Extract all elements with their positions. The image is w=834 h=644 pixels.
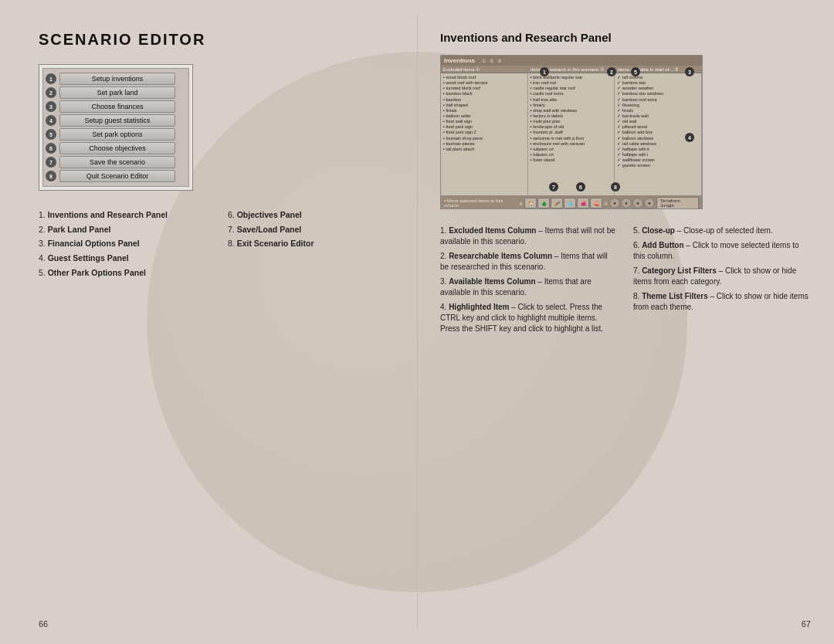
menu-item-row: 6Choose objectives [46, 142, 186, 154]
img-num-7: 7 [549, 182, 558, 192]
scenario-editor-menu-image: 1Setup inventions2Set park land3Choose f… [39, 64, 193, 191]
page-number-left: 66 [39, 619, 48, 629]
list-item: 8. Exit Scenario Editor [228, 238, 394, 249]
inv-item: ▪ landscape of old [530, 124, 613, 130]
inv-theme-btn-2[interactable]: ● [621, 198, 632, 208]
inv-filter-btn-6[interactable]: 🎪 [590, 198, 602, 208]
inventions-panel-image: Inventions ① ② ③ Excluded items ① Items … [440, 55, 703, 209]
img-num-2: 2 [607, 67, 616, 76]
inv-item: ▪ tulipans crt [530, 152, 613, 158]
img-num-8: 8 [611, 182, 620, 192]
inv-filter-btn-2[interactable]: 🌲 [537, 198, 550, 208]
inv-item: ▪ fountain pl. staff [530, 130, 613, 135]
list-item: 7. Save/Load Panel [228, 224, 394, 236]
menu-bullet: 6 [46, 143, 56, 154]
inv-theme-btn-1[interactable]: ● [609, 198, 620, 208]
right-list-item: 5. Close-up – Close-up of selected item. [633, 225, 811, 236]
inv-bottom-text-left: ▪ Move selected items to this column [444, 198, 519, 208]
menu-button[interactable]: Choose finances [59, 100, 175, 113]
inv-item: ✓ old wall [616, 119, 700, 124]
right-list-item: 2. Researchable Items Column – Items tha… [440, 251, 618, 273]
list-item: 1. Inventions and Research Panel [39, 209, 205, 221]
inv-item: ▪ balloon seller [442, 114, 526, 119]
right-list-item: 4. Highlighted Item – Click to select. P… [440, 302, 618, 334]
inv-col-researchable: ▪ brick wall/pole regular star ▪ iron ro… [528, 73, 615, 195]
inv-item: ▪ shop wall with windows [530, 108, 613, 114]
inv-item: ▪ wood block roof [442, 75, 526, 80]
inv-item: ▪ factory in debris [530, 114, 613, 119]
list-item: 3. Financial Options Panel [39, 238, 205, 249]
img-num-6: 6 [576, 182, 585, 192]
menu-button[interactable]: Set park options [59, 128, 175, 141]
inv-item: ✓ wooden weather [616, 86, 700, 91]
inv-item: ▪ castle roof extra [530, 91, 613, 97]
inv-item: ▪ fountain pieces [442, 141, 526, 147]
inv-item: ✓ flowering [616, 103, 700, 108]
list-item: 5. Other Park Options Panel [39, 267, 205, 279]
inv-num-label-8: ② [604, 201, 608, 206]
inv-filter-btn-5[interactable]: 🌺 [577, 198, 589, 208]
inv-bottom-controls: ① 🏠 🌲 🎢 💧 🌺 🎪 ② ● ● ● ● [519, 197, 699, 209]
img-num-1: 1 [540, 67, 549, 76]
menu-button[interactable]: Save the scenario [59, 156, 175, 168]
inv-col-headers: Excluded items ① Items to research in th… [441, 66, 702, 73]
inv-item: ✓ bamboo star [616, 80, 700, 86]
inv-col-header-1: Excluded items ① [441, 66, 528, 73]
inv-item: ✓ gazebo screen [616, 163, 700, 168]
menu-bullet: 1 [46, 73, 56, 84]
page-number-right: 67 [802, 619, 811, 629]
inv-item: ✓ tall cable windows [616, 141, 700, 147]
inv-item: ✓ bamboo star windows [616, 91, 700, 97]
inv-item: ▪ food park sign [442, 124, 526, 130]
menu-bullet: 7 [46, 157, 56, 168]
inv-item: ▪ half tree altis [530, 97, 613, 103]
panel-list-section: 1. Inventions and Research Panel2. Park … [39, 206, 394, 281]
right-list-item: 8. Theme List Filters – Click to show or… [633, 291, 811, 313]
inv-theme-btn-4[interactable]: ● [644, 198, 655, 208]
menu-button[interactable]: Setup guest statistics [59, 114, 175, 127]
right-list-col-right: 5. Close-up – Close-up of selected item.… [633, 222, 811, 338]
menu-item-row: 8Quit Scenario Editor [46, 170, 186, 182]
menu-item-row: 2Set park land [46, 86, 186, 99]
inv-panel-header: Inventions ① ② ③ [441, 56, 702, 66]
inv-item: ▪ iron roof rod [530, 80, 613, 86]
menu-box: 1Setup inventions2Set park land3Choose f… [42, 68, 189, 187]
list-col-left: 1. Inventions and Research Panel2. Park … [39, 206, 205, 281]
inv-filter-btn-4[interactable]: 💧 [564, 198, 576, 208]
inv-item: ▪ food park sign 2 [442, 130, 526, 135]
inv-item: ✓ bamboo roof extra [616, 97, 700, 103]
inv-item: ▪ welcome in met with p.floor [530, 136, 613, 141]
inv-theme-btn-3[interactable]: ● [632, 198, 643, 208]
menu-button[interactable]: Choose objectives [59, 142, 175, 154]
inv-item: ▪ tulipans crt [530, 147, 613, 152]
inv-filter-btn-1[interactable]: 🏠 [524, 198, 537, 208]
menu-bullet: 8 [46, 171, 56, 181]
inv-item: ✓ pillared wood [616, 124, 700, 130]
right-list-item: 1. Excluded Items Column – Items that wi… [440, 225, 618, 247]
menu-bullet: 3 [46, 101, 56, 112]
inv-item: ▪ finial/y [530, 103, 613, 108]
inv-item: ✓ wallflower screen [616, 158, 700, 163]
right-list-item: 7. Category List Filters – Click to show… [633, 266, 811, 287]
page-divider [417, 15, 418, 629]
inv-item: ▪ finials [442, 108, 526, 114]
inv-item: ✓ halfpipe with it [616, 147, 700, 152]
menu-button[interactable]: Setup inventions [59, 73, 175, 85]
menu-item-row: 5Set park options [46, 128, 186, 141]
menu-bullet: 4 [46, 115, 56, 126]
inv-item: ▪ fountain shop piece [442, 136, 526, 141]
img-num-4: 4 [685, 133, 694, 142]
inv-filter-btn-3[interactable]: 🎢 [551, 198, 563, 208]
inv-item: ▪ castle regular star roof [530, 86, 613, 91]
right-panel-title: Inventions and Research Panel [440, 31, 811, 44]
inv-item: ▪ multi plan plan [530, 119, 613, 124]
img-num-3: 3 [685, 67, 694, 76]
inv-item: ▪ enclosure met with caravan [530, 141, 613, 147]
inv-columns: ▪ wood block roof ▪ wood roof with terra… [441, 73, 702, 195]
menu-button[interactable]: Set park land [59, 86, 175, 99]
right-list-item: 3. Available Items Column – Items that a… [440, 276, 618, 298]
img-num-5: 5 [631, 67, 640, 76]
menu-button[interactable]: Quit Scenario Editor [59, 170, 175, 182]
list-item: 4. Guest Settings Panel [39, 253, 205, 264]
inv-category-buttons: 🏠 🌲 🎢 💧 🌺 🎪 [524, 198, 602, 208]
